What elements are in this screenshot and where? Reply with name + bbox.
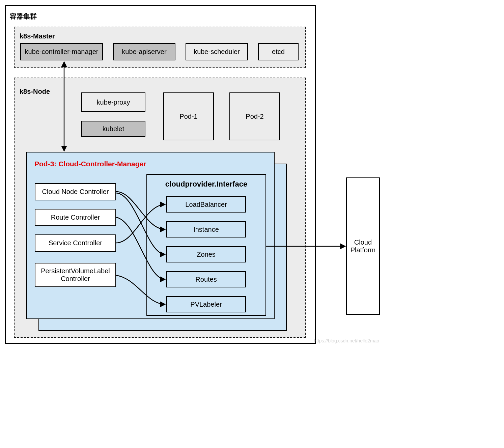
pod2-label: Pod-2 — [246, 113, 263, 120]
pvlabel-controller-box: PersistentVolumeLabel Controller — [35, 263, 116, 287]
kube-scheduler-box: kube-scheduler — [186, 43, 248, 60]
cloudprovider-interface-box: cloudprovider.Interface — [146, 174, 266, 316]
kube-apiserver-box: kube-apiserver — [113, 43, 175, 60]
kcm-label: kube-controller-manager — [25, 48, 99, 56]
kapi-label: kube-apiserver — [122, 48, 166, 56]
kubeproxy-label: kube-proxy — [97, 99, 130, 106]
etcd-box: etcd — [258, 43, 299, 60]
route-controller-box: Route Controller — [35, 209, 116, 226]
kubelet-box: kubelet — [81, 121, 145, 137]
routes-label: Routes — [195, 276, 217, 283]
service-controller-box: Service Controller — [35, 234, 116, 252]
cloud-platform-box: Cloud Platform — [346, 177, 380, 315]
watermark-text: https://blog.csdn.net/hello2mao — [314, 338, 379, 343]
instance-label: Instance — [193, 226, 219, 233]
zones-box: Zones — [166, 246, 246, 262]
pvlabeler-box: PVLabeler — [166, 296, 246, 312]
interface-title: cloudprovider.Interface — [147, 180, 265, 189]
cloud-node-controller-box: Cloud Node Controller — [35, 183, 116, 200]
pod1-label: Pod-1 — [179, 113, 197, 120]
loadbalancer-box: LoadBalancer — [166, 196, 246, 213]
pod-1-box: Pod-1 — [163, 92, 214, 140]
node-title: k8s-Node — [20, 88, 50, 95]
ccm-title: Pod-3: Cloud-Controller-Manager — [34, 160, 146, 168]
kube-proxy-box: kube-proxy — [81, 92, 145, 112]
pvlabeler-label: PVLabeler — [190, 301, 222, 308]
loadbalancer-label: LoadBalancer — [185, 201, 227, 208]
ksched-label: kube-scheduler — [194, 48, 240, 56]
route-label: Route Controller — [51, 214, 100, 221]
routes-box: Routes — [166, 271, 246, 287]
etcd-label: etcd — [272, 48, 285, 56]
zones-label: Zones — [197, 251, 216, 258]
kube-controller-manager-box: kube-controller-manager — [20, 43, 103, 60]
cloud-label: Cloud Platform — [347, 239, 379, 254]
pod-2-box: Pod-2 — [229, 92, 280, 140]
master-title: k8s-Master — [20, 32, 55, 40]
kubelet-label: kubelet — [103, 125, 124, 133]
service-label: Service Controller — [49, 239, 102, 247]
cluster-title: 容器集群 — [10, 12, 37, 21]
instance-box: Instance — [166, 221, 246, 237]
pvlabel-label: PersistentVolumeLabel Controller — [39, 267, 112, 283]
cloudnode-label: Cloud Node Controller — [42, 188, 109, 196]
